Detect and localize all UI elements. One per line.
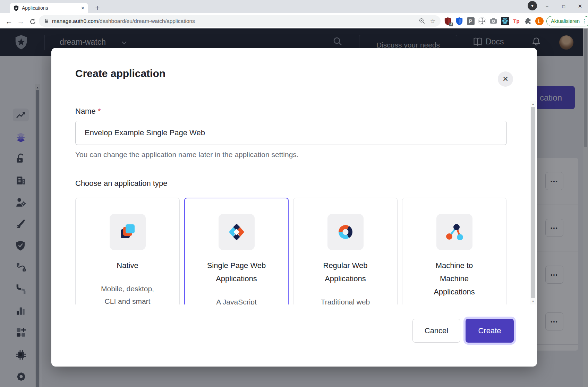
card-title-line: Machine to (434, 259, 475, 272)
tab-close-icon[interactable]: ✕ (81, 6, 85, 11)
tab-title: Applications (22, 5, 78, 11)
reload-icon (29, 18, 36, 25)
card-title-line: Applications (207, 272, 266, 285)
extensions-puzzle-icon[interactable] (523, 17, 532, 25)
card-title-line: Applications (323, 272, 368, 285)
app-type-card-native[interactable]: Native Mobile, desktop, CLI and smart (75, 198, 180, 304)
app-type-card-regular-web[interactable]: Regular Web Applications Traditional web (293, 198, 398, 304)
card-desc-line: A JavaScript (216, 296, 257, 304)
window-minimize-button[interactable]: − (540, 0, 554, 12)
modal-scrollbar[interactable]: ▴ ▾ (530, 101, 536, 304)
window-maximize-button[interactable]: □ (556, 0, 571, 12)
native-app-icon (110, 214, 146, 250)
card-title-line: Machine (434, 272, 475, 285)
new-tab-button[interactable]: + (93, 3, 102, 12)
application-type-cards: Native Mobile, desktop, CLI and smart Si… (51, 194, 529, 304)
browser-window: Applications ✕ + ▾ − □ ✕ ← → manage.auth… (0, 0, 588, 387)
url-text[interactable]: manage.auth0.com/dashboard/eu/dream-watc… (52, 18, 195, 24)
choose-type-label: Choose an application type (75, 179, 167, 188)
name-label: Name* (75, 107, 101, 116)
modal-scrollbar-thumb[interactable] (531, 107, 535, 298)
react-devtools-extension-icon[interactable] (501, 17, 509, 25)
back-button[interactable]: ← (4, 17, 14, 26)
m2m-app-icon (436, 214, 472, 250)
card-desc-line: CLI and smart (101, 295, 154, 304)
tp-extension-icon[interactable]: Tp (512, 17, 521, 25)
modal-scroll-up-icon[interactable]: ▴ (530, 102, 536, 106)
card-desc-line: Traditional web (321, 296, 370, 304)
update-browser-button[interactable]: Aktualisieren ⋮ (546, 16, 588, 26)
forward-button[interactable]: → (16, 17, 26, 26)
card-title-line: Regular Web (323, 259, 368, 272)
required-asterisk: * (98, 107, 101, 115)
modal-close-button[interactable]: ✕ (498, 71, 513, 87)
ublock-extension-icon[interactable]: 4 (443, 17, 452, 25)
bookmark-star-icon[interactable]: ☆ (430, 17, 436, 25)
titlebar: Applications ✕ + ▾ − □ ✕ (0, 0, 588, 13)
move-capture-extension-icon[interactable] (478, 17, 486, 25)
create-button[interactable]: Create (466, 319, 514, 343)
close-icon: ✕ (502, 75, 509, 83)
application-name-input[interactable] (75, 121, 507, 145)
modal-title: Create application (75, 68, 165, 79)
spa-app-icon (219, 214, 255, 250)
card-title-line: Native (117, 259, 138, 272)
bitwarden-extension-icon[interactable] (455, 17, 463, 25)
browser-profile-avatar[interactable]: L (535, 17, 544, 25)
browser-tab[interactable]: Applications ✕ (10, 3, 88, 13)
card-desc-line: Mobile, desktop, (101, 283, 154, 295)
modal-scroll-down-icon[interactable]: ▾ (530, 299, 536, 303)
app-type-card-machine-to-machine[interactable]: Machine to Machine Applications (402, 198, 506, 304)
lock-icon (44, 18, 49, 24)
cancel-button[interactable]: Cancel (412, 319, 460, 343)
browser-menu-icon[interactable]: ⋮ (582, 18, 587, 24)
app-type-card-single-page-web[interactable]: Single Page Web Applications A JavaScrip… (184, 198, 289, 304)
window-close-button[interactable]: ✕ (573, 0, 587, 12)
address-bar[interactable]: manage.auth0.com/dashboard/eu/dream-watc… (39, 15, 441, 27)
camera-extension-icon[interactable] (489, 17, 498, 25)
card-title-line: Applications (434, 285, 475, 299)
create-application-modal: Create application ✕ Name* You can chang… (51, 48, 537, 367)
auth0-favicon (13, 5, 19, 11)
chrome-update-icon[interactable]: ▾ (528, 1, 537, 10)
reload-button[interactable] (28, 17, 37, 26)
name-helper-text: You can change the application name late… (75, 150, 299, 159)
extensions-row: 4 P Tp L Aktualisieren ⋮ (443, 15, 588, 27)
p-extension-icon[interactable]: P (466, 17, 475, 25)
card-title-line: Single Page Web (207, 259, 266, 272)
regular-web-app-icon (327, 214, 364, 250)
zoom-icon[interactable] (419, 18, 425, 24)
